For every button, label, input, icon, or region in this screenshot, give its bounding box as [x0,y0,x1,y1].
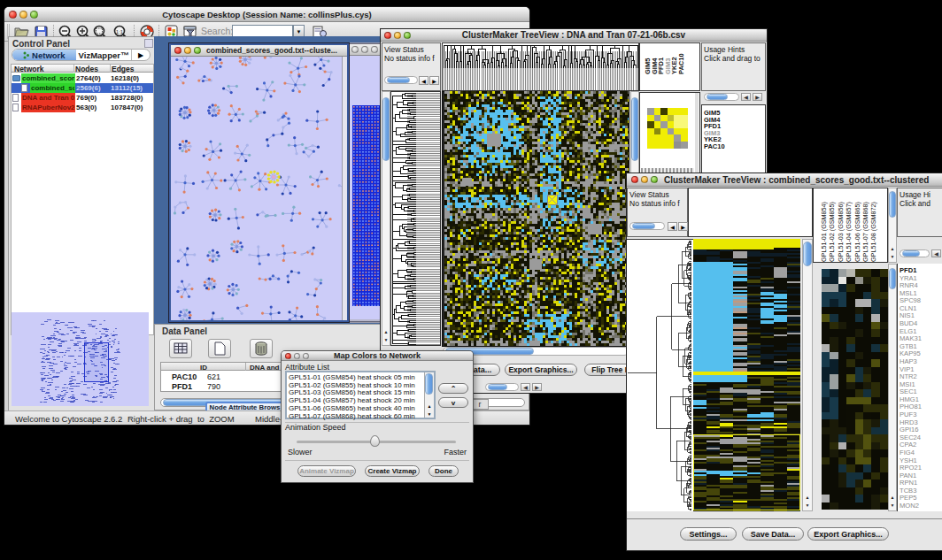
svg-text:1:1: 1:1 [116,29,124,35]
